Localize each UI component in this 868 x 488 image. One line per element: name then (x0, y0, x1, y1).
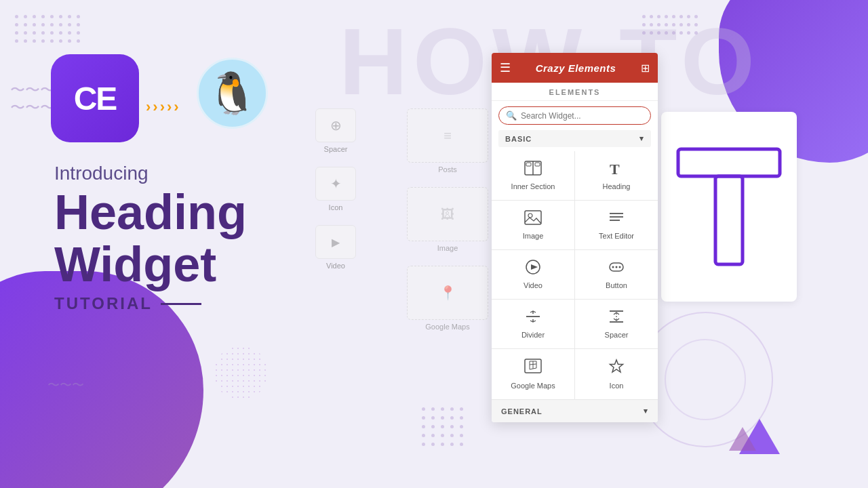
arrow-chevron: › (146, 98, 151, 116)
text-editor-icon (608, 210, 625, 228)
arrow-decoration: › › › › › (146, 98, 179, 116)
svg-rect-2 (526, 163, 531, 166)
svg-marker-23 (610, 360, 623, 372)
video-icon-box: ▶ (315, 225, 356, 259)
wavy-lines-left: 〜〜〜〜〜〜 (10, 81, 55, 117)
heading-widget-label: Heading (603, 182, 631, 190)
dot-grid-bottom-center (420, 406, 465, 447)
main-text-block: Introducing Heading Widget TUTORIAL (54, 163, 247, 313)
widget-cell-spacer[interactable]: Spacer (575, 300, 658, 348)
t-icon-preview (661, 112, 797, 302)
general-label: GENERAL (501, 407, 542, 415)
svg-point-13 (616, 266, 618, 268)
inner-section-icon (524, 161, 542, 178)
heading-widget-icon: T (608, 161, 625, 178)
widget-cell-inner-section[interactable]: Inner Section (492, 151, 574, 200)
arrow-chevron-2: › (153, 98, 157, 116)
widget-cell-google-maps[interactable]: Google Maps (492, 349, 574, 399)
image-widget-label: Image (523, 232, 544, 240)
widget-cell-image[interactable]: Image (492, 201, 574, 249)
search-input[interactable] (521, 111, 644, 121)
video-label: Video (326, 262, 345, 270)
icon-widget-icon (608, 359, 625, 378)
video-widget-label: Video (524, 281, 542, 289)
svg-marker-11 (531, 264, 538, 270)
search-bar[interactable]: 🔍 (498, 106, 651, 125)
icon-widget-label: Icon (610, 382, 624, 390)
posts-label: Posts (438, 165, 457, 174)
elements-label: ELEMENTS (492, 83, 658, 101)
spacer-widget-label: Spacer (605, 331, 629, 339)
widget-cell-button[interactable]: Button (575, 250, 658, 299)
spacer-label: Spacer (324, 145, 348, 153)
widget-cell-heading[interactable]: T Heading (575, 151, 658, 200)
general-dropdown[interactable]: GENERAL ▾ (492, 399, 658, 422)
right-widget-posts: ≡ Posts (400, 108, 495, 174)
svg-point-14 (612, 266, 614, 268)
svg-line-22 (530, 364, 536, 365)
bg-circle-right-inner (665, 339, 746, 420)
icon-label: Icon (329, 203, 343, 211)
general-chevron-icon: ▾ (644, 407, 648, 415)
basic-chevron-icon: ▾ (639, 134, 644, 143)
tutorial-line (161, 303, 201, 305)
dot-grid-top-right (641, 14, 698, 36)
dot-grid-top-left (14, 14, 82, 44)
widget-cell-icon[interactable]: Icon (575, 349, 658, 399)
hamburger-icon[interactable]: ☰ (500, 60, 511, 75)
button-widget-icon (608, 260, 625, 277)
widget-cell-text-editor[interactable]: Text Editor (575, 201, 658, 249)
ce-logo-text: CE (74, 80, 117, 117)
video-widget-icon (524, 260, 542, 277)
google-maps-icon (524, 359, 542, 378)
basic-dropdown[interactable]: BASIC ▾ (498, 130, 651, 147)
basic-label: BASIC (505, 135, 532, 143)
divider-widget-label: Divider (521, 331, 545, 339)
left-widget-icon: ✦ Icon (285, 167, 387, 211)
image-box: 🖼 (407, 187, 488, 241)
svg-point-6 (528, 214, 532, 218)
button-widget-label: Button (606, 281, 627, 289)
mascot-avatar: 🐧 (197, 58, 268, 129)
google-maps-label: Google Maps (511, 382, 555, 390)
tutorial-row: TUTORIAL (54, 294, 247, 313)
tutorial-text: TUTORIAL (54, 294, 153, 313)
divider-widget-icon (524, 309, 542, 327)
arrow-chevron-3: › (160, 98, 165, 116)
search-icon: 🔍 (506, 110, 517, 121)
arrow-chevron-4: › (167, 98, 172, 116)
widget-grid: Inner Section T Heading Image (492, 151, 658, 399)
spacer-icon-box: ⊕ (315, 108, 356, 142)
grid-icon[interactable]: ⊞ (641, 62, 650, 75)
inner-section-label: Inner Section (511, 182, 555, 190)
svg-point-15 (619, 266, 621, 268)
image-widget-icon (524, 210, 542, 228)
dotted-circle (214, 346, 268, 400)
ce-logo: CE (51, 54, 139, 142)
t-icon-svg (675, 146, 783, 268)
svg-rect-5 (525, 211, 541, 224)
widget-cell-divider[interactable]: Divider (492, 300, 574, 348)
widget-cell-video[interactable]: Video (492, 250, 574, 299)
image-label: Image (437, 244, 458, 252)
right-widget-panel: ≡ Posts 🖼 Image 📍 Google Maps (400, 108, 495, 331)
posts-box: ≡ (407, 108, 488, 163)
panel-title: Crazy Elements (536, 62, 616, 74)
introducing-label: Introducing (54, 163, 247, 184)
panel-header: ☰ Crazy Elements ⊞ (492, 53, 658, 83)
text-editor-label: Text Editor (599, 232, 634, 240)
svg-rect-3 (535, 163, 540, 166)
right-widget-image: 🖼 Image (400, 187, 495, 252)
arrow-chevron-5: › (174, 98, 178, 116)
mascot-icon: 🐧 (207, 69, 258, 117)
wavy-lines-bottom: 〜〜〜 (47, 377, 84, 393)
left-widget-panel: ⊕ Spacer ✦ Icon ▶ Video (285, 108, 387, 270)
left-widget-video: ▶ Video (285, 225, 387, 270)
heading-label: Heading (54, 188, 247, 237)
right-widget-maps: 📍 Google Maps (400, 266, 495, 331)
svg-text:T: T (610, 161, 620, 176)
icon-icon-box: ✦ (315, 167, 356, 201)
svg-rect-25 (715, 176, 743, 264)
spacer-widget-icon (608, 309, 625, 327)
svg-rect-24 (678, 149, 780, 176)
